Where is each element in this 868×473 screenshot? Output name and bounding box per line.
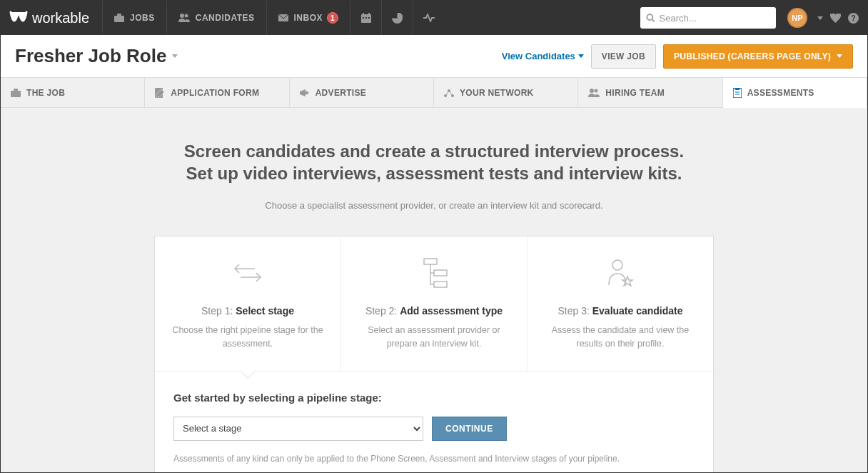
mail-icon xyxy=(278,14,288,21)
svg-line-23 xyxy=(449,91,453,96)
calendar-icon xyxy=(361,13,371,23)
tab-assessments[interactable]: ASSESSMENTS xyxy=(723,78,867,108)
svg-point-2 xyxy=(180,14,184,18)
nav-jobs[interactable]: JOBS xyxy=(102,1,166,35)
publish-status-button[interactable]: PUBLISHED (CAREERS PAGE ONLY) xyxy=(663,44,853,69)
svg-rect-9 xyxy=(365,17,367,19)
svg-point-11 xyxy=(647,14,652,20)
svg-rect-32 xyxy=(424,259,437,264)
user-menu-caret[interactable] xyxy=(817,16,823,20)
tab-the-job[interactable]: THE JOB xyxy=(1,78,145,107)
search-icon xyxy=(646,13,655,23)
nav-activity[interactable] xyxy=(413,1,444,35)
job-title-dropdown[interactable]: Fresher Job Role xyxy=(15,45,178,67)
tab-advertise[interactable]: ADVERTISE xyxy=(290,78,434,107)
inbox-badge: 1 xyxy=(327,12,338,24)
chevron-down-icon xyxy=(172,54,178,58)
hero-sub: Choose a specialist assessment provider,… xyxy=(1,200,867,211)
step-1: Step 1: Select stage Choose the right pi… xyxy=(155,236,341,371)
people-icon xyxy=(178,14,190,22)
brand-logo[interactable]: workable xyxy=(9,10,89,26)
svg-line-22 xyxy=(445,91,449,96)
continue-button[interactable]: CONTINUE xyxy=(432,417,507,441)
svg-rect-16 xyxy=(14,89,18,91)
person-star-icon xyxy=(605,258,636,288)
svg-rect-1 xyxy=(117,14,121,16)
network-icon xyxy=(444,89,454,97)
team-icon xyxy=(588,89,600,97)
help-icon[interactable]: ? xyxy=(848,13,859,24)
step-3: Step 3: Evaluate candidate Assess the ca… xyxy=(528,236,713,371)
stage-select[interactable]: Select a stage xyxy=(173,417,423,441)
svg-rect-33 xyxy=(434,270,447,276)
clipboard-icon xyxy=(733,88,742,98)
svg-rect-27 xyxy=(735,88,740,90)
svg-rect-18 xyxy=(306,91,308,94)
arrows-icon xyxy=(231,262,265,284)
svg-rect-10 xyxy=(368,17,370,19)
hero-line2: Set up video interviews, assessment test… xyxy=(1,162,867,184)
step-2: Step 2: Add assessment type Select an as… xyxy=(341,236,528,371)
tab-application-form[interactable]: APPLICATION FORM xyxy=(145,78,289,107)
view-candidates-link[interactable]: View Candidates xyxy=(502,51,584,61)
pie-chart-icon xyxy=(392,13,403,24)
activity-icon xyxy=(423,14,435,22)
svg-rect-15 xyxy=(11,91,21,97)
svg-point-24 xyxy=(590,89,594,93)
svg-rect-6 xyxy=(363,13,364,16)
svg-text:?: ? xyxy=(851,14,855,22)
brand-name: workable xyxy=(32,10,89,26)
view-job-button[interactable]: VIEW JOB xyxy=(591,44,656,69)
nav-calendar[interactable] xyxy=(350,1,381,35)
steps-card: Step 1: Select stage Choose the right pi… xyxy=(154,236,714,472)
heart-icon[interactable] xyxy=(830,14,841,23)
tab-hiring-team[interactable]: HIRING TEAM xyxy=(578,78,722,107)
briefcase-icon xyxy=(114,14,124,22)
svg-line-12 xyxy=(652,20,655,22)
nav-inbox[interactable]: INBOX 1 xyxy=(266,1,350,35)
workable-mark-icon xyxy=(9,11,28,25)
tab-your-network[interactable]: YOUR NETWORK xyxy=(434,78,578,107)
form-note: Assessments of any kind can only be appl… xyxy=(173,454,695,464)
search-input[interactable] xyxy=(660,13,770,24)
chevron-down-icon xyxy=(837,54,842,58)
hero-line1: Screen candidates and create a structure… xyxy=(1,140,867,162)
svg-point-25 xyxy=(595,89,598,92)
search-box[interactable] xyxy=(640,7,776,29)
chevron-down-icon xyxy=(578,54,584,58)
svg-rect-34 xyxy=(434,282,447,287)
svg-rect-0 xyxy=(114,16,124,22)
form-label: Get started by selecting a pipeline stag… xyxy=(173,392,695,404)
svg-point-35 xyxy=(612,260,622,270)
nav-candidates[interactable]: CANDIDATES xyxy=(166,1,266,35)
nav-reports[interactable] xyxy=(381,1,413,35)
flowchart-icon xyxy=(417,257,451,289)
megaphone-icon xyxy=(300,89,310,97)
svg-point-3 xyxy=(184,14,188,18)
user-avatar[interactable]: NP xyxy=(787,8,807,28)
svg-rect-7 xyxy=(368,13,370,16)
svg-rect-8 xyxy=(363,17,364,19)
briefcase-icon xyxy=(11,89,21,97)
edit-icon xyxy=(155,88,165,98)
